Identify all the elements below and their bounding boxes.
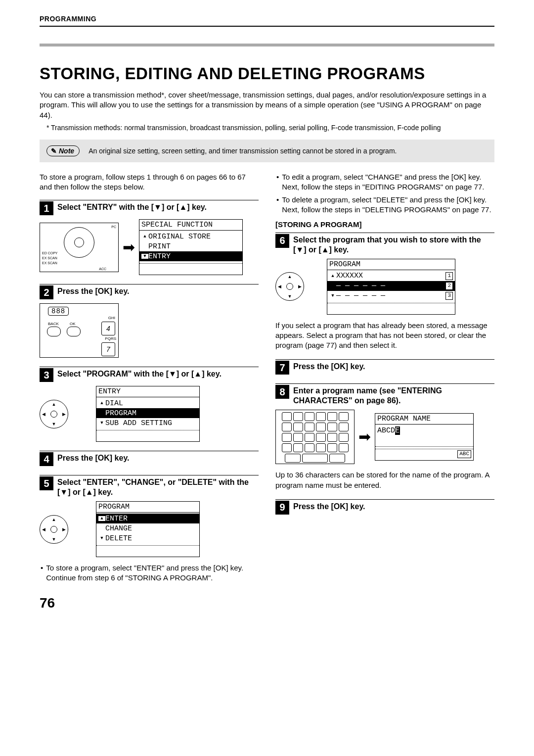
lcd-program-name: PROGRAM NAME ABCDE ABC: [375, 413, 474, 461]
intro-text-left: To store a program, follow steps 1 throu…: [40, 172, 259, 192]
header-divider: [40, 44, 494, 47]
note-label: Note: [46, 145, 80, 156]
step-5: 5 Select "ENTER", "CHANGE", or "DELETE" …: [40, 475, 259, 583]
bullet-text: To store a program, select "ENTER" and p…: [40, 563, 259, 583]
lcd-program-list: PROGRAM ▲XXXXXX1 — — — — — —2 ▼— — — — —…: [327, 259, 455, 315]
step-number: 8: [275, 385, 289, 399]
bullet-edit: To edit a program, select "CHANGE" and p…: [275, 172, 494, 192]
right-column: To edit a program, select "CHANGE" and p…: [275, 172, 494, 611]
intro-paragraph: You can store a transmission method*, co…: [40, 90, 494, 120]
step-title: Press the [OK] key.: [293, 500, 365, 512]
page: PROGRAMMING STORING, EDITING AND DELETIN…: [20, 0, 514, 631]
note-callout: Note An original size setting, screen se…: [40, 140, 494, 162]
step-number: 7: [275, 361, 289, 375]
page-number: 76: [40, 595, 259, 611]
dpad-icon: ▲▼ ◀▶: [40, 400, 68, 428]
lcd-entry-menu: ENTRY ▲DIAL PROGRAM ▼SUB ADD SETTING: [96, 386, 200, 442]
step-title: Press the [OK] key.: [57, 451, 130, 463]
step-title: Press the [OK] key.: [57, 284, 130, 296]
keypad-panel-illustration: ED COPY EX SCAN EX SCAN ACC PC: [40, 223, 119, 272]
step-number: 5: [40, 476, 53, 490]
step-7: 7 Press the [OK] key.: [275, 359, 494, 375]
lcd-special-function: SPECIAL FUNCTION ▲ORIGINAL STORE PRINT ▼…: [139, 219, 243, 275]
step-title: Enter a program name (see "ENTERING CHAR…: [293, 384, 494, 406]
step-4: 4 Press the [OK] key.: [40, 451, 259, 466]
step-number: 2: [40, 285, 53, 299]
page-title: STORING, EDITING AND DELETING PROGRAMS: [40, 64, 494, 83]
step-number: 3: [40, 368, 53, 382]
step-title: Select "PROGRAM" with the [▼] or [▲] key…: [57, 367, 222, 379]
section-header: PROGRAMMING: [40, 15, 494, 27]
step-3: 3 Select "PROGRAM" with the [▼] or [▲] k…: [40, 367, 259, 442]
content-columns: To store a program, follow steps 1 throu…: [40, 172, 494, 611]
ok-key-illustration: 888 BACK OK GHI 4 PQRS 7: [40, 303, 119, 358]
step-6: 6 Select the program that you wish to st…: [275, 233, 494, 351]
storing-heading: [STORING A PROGRAM]: [275, 220, 494, 229]
note-body: An original size setting, screen setting…: [89, 147, 397, 155]
step-title: Select "ENTER", "CHANGE", or "DELETE" wi…: [57, 475, 259, 497]
arrow-icon: ➡: [358, 429, 371, 444]
post-text: Up to 36 characters can be stored for th…: [275, 470, 494, 490]
keyboard-illustration: [275, 410, 355, 464]
bullet-delete: To delete a program, select "DELETE" and…: [275, 195, 494, 215]
footnote-text: * Transmission methods: normal transmiss…: [46, 123, 494, 133]
left-column: To store a program, follow steps 1 throu…: [40, 172, 259, 611]
arrow-icon: ➡: [123, 240, 135, 255]
step-number: 1: [40, 201, 53, 215]
step-title: Select the program that you wish to stor…: [293, 233, 494, 255]
step-number: 6: [275, 234, 289, 248]
step-9: 9 Press the [OK] key.: [275, 499, 494, 515]
dpad-icon: ▲▼ ◀▶: [40, 515, 68, 544]
lcd-program-action: PROGRAM ▲ENTER CHANGE ▼DELETE: [96, 501, 200, 557]
step-number: 9: [275, 501, 289, 515]
post-text: If you select a program that has already…: [275, 321, 494, 351]
step-1: 1 Select "ENTRY" with the [▼] or [▲] key…: [40, 200, 259, 275]
step-8: 8 Enter a program name (see "ENTERING CH…: [275, 383, 494, 490]
dpad-icon: ▲▼ ◀▶: [275, 272, 304, 301]
step-title: Select "ENTRY" with the [▼] or [▲] key.: [57, 200, 207, 212]
step-number: 4: [40, 452, 53, 466]
step-2: 2 Press the [OK] key. 888 BACK OK GHI 4 …: [40, 284, 259, 358]
step-title: Press the [OK] key.: [293, 360, 365, 372]
